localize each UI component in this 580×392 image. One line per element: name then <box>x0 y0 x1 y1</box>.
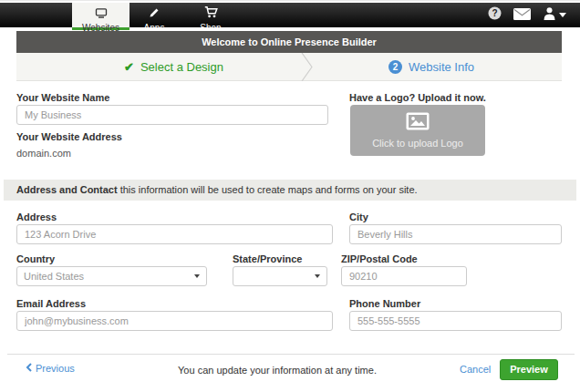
select-caret-icon <box>194 274 200 278</box>
city-label: City <box>349 211 368 222</box>
preview-button[interactable]: Preview <box>500 359 558 380</box>
email-label: Email Address <box>16 298 86 309</box>
state-label: State/Province <box>233 253 302 264</box>
cart-icon <box>204 5 218 22</box>
city-input[interactable] <box>349 224 562 244</box>
logo-upload-label: Click to upload Logo <box>372 138 463 149</box>
step-divider-chevron <box>301 53 313 85</box>
tab-apps[interactable]: Apps <box>129 3 179 27</box>
tab-shop[interactable]: Shop <box>184 3 237 27</box>
phone-label: Phone Number <box>349 298 420 309</box>
cancel-label: Cancel <box>460 364 491 375</box>
user-icon <box>543 6 556 24</box>
footer-divider <box>7 354 575 355</box>
logo-heading: Have a Logo? Upload it now. <box>349 92 486 103</box>
select-caret-icon <box>315 274 320 278</box>
website-name-input[interactable] <box>16 105 328 125</box>
section-heading-bold: Address and Contact <box>16 184 118 195</box>
website-name-label: Your Website Name <box>16 92 109 103</box>
state-select[interactable] <box>233 266 327 286</box>
zip-input[interactable] <box>341 266 467 286</box>
email-input[interactable] <box>16 311 333 331</box>
step-bar: ✔ Select a Design 2 Website Info <box>16 53 562 81</box>
navbar-right-icons: ? <box>488 3 566 27</box>
cancel-link[interactable]: Cancel <box>460 364 491 375</box>
country-select-value: United States <box>24 271 84 282</box>
step-select-a-design[interactable]: ✔ Select a Design <box>124 53 223 81</box>
website-address-value: domain.com <box>16 148 71 159</box>
address-label: Address <box>16 211 57 222</box>
address-input[interactable] <box>16 224 333 244</box>
online-presence-builder-page: Websites Apps Shop ? Welcome to Online P… <box>0 0 580 392</box>
check-icon: ✔ <box>124 60 134 74</box>
chevron-down-icon <box>559 13 566 17</box>
step-label: Website Info <box>409 60 474 74</box>
tab-websites[interactable]: Websites <box>72 3 129 30</box>
zip-label: ZIP/Postal Code <box>341 253 418 264</box>
website-address-label: Your Website Address <box>16 131 122 142</box>
section-heading-rest: this information will be used to create … <box>118 184 418 195</box>
phone-input[interactable] <box>349 311 562 331</box>
svg-text:?: ? <box>492 8 497 18</box>
help-icon[interactable]: ? <box>488 6 502 24</box>
step-website-info[interactable]: 2 Website Info <box>388 53 474 81</box>
section-heading-band: Address and Contact this information wil… <box>4 180 576 201</box>
welcome-title: Welcome to Online Presence Builder <box>202 36 377 47</box>
monitor-icon <box>95 5 108 22</box>
mail-icon[interactable] <box>513 7 531 24</box>
pencil-icon <box>149 5 160 22</box>
country-select[interactable]: United States <box>16 266 207 286</box>
step-number-badge: 2 <box>388 60 402 74</box>
account-menu[interactable] <box>543 6 566 24</box>
logo-upload-button[interactable]: Click to upload Logo <box>350 105 485 156</box>
welcome-bar: Welcome to Online Presence Builder <box>16 31 562 53</box>
country-label: Country <box>16 253 55 264</box>
image-icon <box>406 112 430 134</box>
step-label: Select a Design <box>140 60 223 74</box>
